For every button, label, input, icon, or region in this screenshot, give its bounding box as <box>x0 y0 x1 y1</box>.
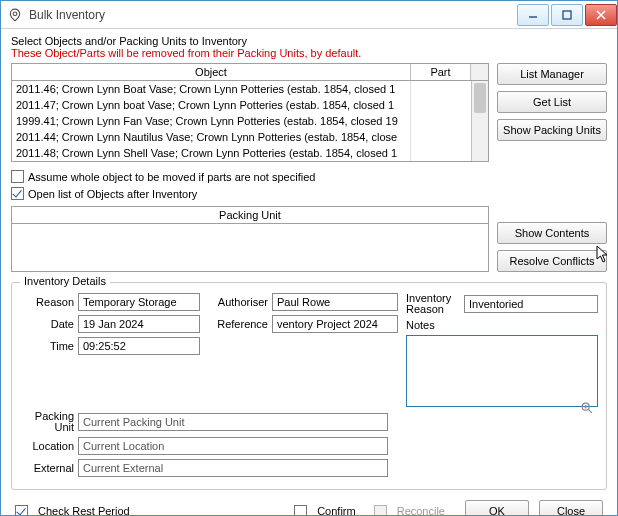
svg-rect-2 <box>563 11 571 19</box>
window-title: Bulk Inventory <box>29 8 515 22</box>
cell-part <box>411 97 471 113</box>
table-row[interactable]: 1999.41; Crown Lynn Fan Vase; Crown Lynn… <box>12 113 471 129</box>
reference-field[interactable]: ventory Project 2024 <box>272 315 398 333</box>
authoriser-field[interactable]: Paul Rowe <box>272 293 398 311</box>
maximize-button[interactable] <box>551 4 583 26</box>
cell-object: 1999.41; Crown Lynn Fan Vase; Crown Lynn… <box>12 113 411 129</box>
inventory-details-legend: Inventory Details <box>20 275 110 287</box>
notes-label: Notes <box>406 319 460 331</box>
reconcile-label: Reconcile <box>397 505 445 515</box>
scrollbar-thumb[interactable] <box>474 83 486 113</box>
reason-field[interactable]: Temporary Storage <box>78 293 200 311</box>
external-label: External <box>20 462 74 474</box>
col-header-object[interactable]: Object <box>12 64 411 80</box>
app-icon <box>7 7 23 23</box>
notes-field[interactable] <box>406 335 598 407</box>
location-field[interactable]: Current Location <box>78 437 388 455</box>
table-row[interactable]: 2011.44; Crown Lynn Nautilus Vase; Crown… <box>12 129 471 145</box>
date-field[interactable]: 19 Jan 2024 <box>78 315 200 333</box>
grid-rows[interactable]: 2011.46; Crown Lynn Boat Vase; Crown Lyn… <box>12 81 471 161</box>
inventory-reason-field[interactable]: Inventoried <box>464 295 598 313</box>
assume-whole-checkbox[interactable] <box>11 170 24 183</box>
packing-unit-grid[interactable]: Packing Unit <box>11 206 489 272</box>
bulk-inventory-window: Bulk Inventory Select Objects and/or Pac… <box>0 0 618 516</box>
reconcile-checkbox <box>374 505 387 516</box>
grid-header: Object Part <box>12 64 488 81</box>
svg-point-0 <box>13 11 17 15</box>
get-list-button[interactable]: Get List <box>497 91 607 113</box>
packing-unit-field[interactable]: Current Packing Unit <box>78 413 388 431</box>
cell-part <box>411 145 471 161</box>
list-manager-button[interactable]: List Manager <box>497 63 607 85</box>
packing-unit-label: PackingUnit <box>20 411 74 433</box>
show-contents-button[interactable]: Show Contents <box>497 222 607 244</box>
instruction-line-1: Select Objects and/or Packing Units to I… <box>11 35 607 47</box>
cell-part <box>411 129 471 145</box>
reference-label: Reference <box>208 318 268 330</box>
authoriser-label: Authoriser <box>208 296 268 308</box>
grid-scrollbar[interactable] <box>471 81 488 161</box>
objects-grid[interactable]: Object Part 2011.46; Crown Lynn Boat Vas… <box>11 63 489 162</box>
inventory-reason-label: InventoryReason <box>406 293 460 315</box>
confirm-checkbox[interactable] <box>294 505 307 516</box>
reason-label: Reason <box>20 296 74 308</box>
table-row[interactable]: 2011.47; Crown Lynn boat Vase; Crown Lyn… <box>12 97 471 113</box>
minimize-button[interactable] <box>517 4 549 26</box>
close-window-button[interactable] <box>585 4 617 26</box>
cell-object: 2011.48; Crown Lynn Shell Vase; Crown Ly… <box>12 145 411 161</box>
titlebar: Bulk Inventory <box>1 1 617 29</box>
show-packing-units-button[interactable]: Show Packing Units <box>497 119 607 141</box>
cell-object: 2011.47; Crown Lynn boat Vase; Crown Lyn… <box>12 97 411 113</box>
external-field[interactable]: Current External <box>78 459 388 477</box>
location-label: Location <box>20 440 74 452</box>
cell-part <box>411 113 471 129</box>
assume-whole-label: Assume whole object to be moved if parts… <box>28 171 315 183</box>
time-field[interactable]: 09:25:52 <box>78 337 200 355</box>
time-label: Time <box>20 340 74 352</box>
check-rest-period-label: Check Rest Period <box>38 505 130 515</box>
instruction-warning: These Object/Parts will be removed from … <box>11 47 607 59</box>
date-label: Date <box>20 318 74 330</box>
table-row[interactable]: 2011.46; Crown Lynn Boat Vase; Crown Lyn… <box>12 81 471 97</box>
magnify-icon[interactable] <box>580 401 594 415</box>
packing-unit-body[interactable] <box>12 224 488 260</box>
close-button[interactable]: Close <box>539 500 603 515</box>
confirm-label: Confirm <box>317 505 356 515</box>
open-list-after-label: Open list of Objects after Inventory <box>28 188 197 200</box>
check-rest-period-checkbox[interactable] <box>15 505 28 516</box>
cell-part <box>411 81 471 97</box>
open-list-after-checkbox[interactable] <box>11 187 24 200</box>
packing-unit-header[interactable]: Packing Unit <box>12 207 488 224</box>
svg-line-6 <box>588 409 592 413</box>
instructions: Select Objects and/or Packing Units to I… <box>11 35 607 59</box>
resolve-conflicts-button[interactable]: Resolve Conflicts <box>497 250 607 272</box>
col-scroll-gutter <box>471 64 488 80</box>
cell-object: 2011.46; Crown Lynn Boat Vase; Crown Lyn… <box>12 81 411 97</box>
inventory-details-group: Inventory Details Reason Temporary Stora… <box>11 282 607 490</box>
col-header-part[interactable]: Part <box>411 64 471 80</box>
table-row[interactable]: 2011.48; Crown Lynn Shell Vase; Crown Ly… <box>12 145 471 161</box>
ok-button[interactable]: OK <box>465 500 529 515</box>
cell-object: 2011.44; Crown Lynn Nautilus Vase; Crown… <box>12 129 411 145</box>
